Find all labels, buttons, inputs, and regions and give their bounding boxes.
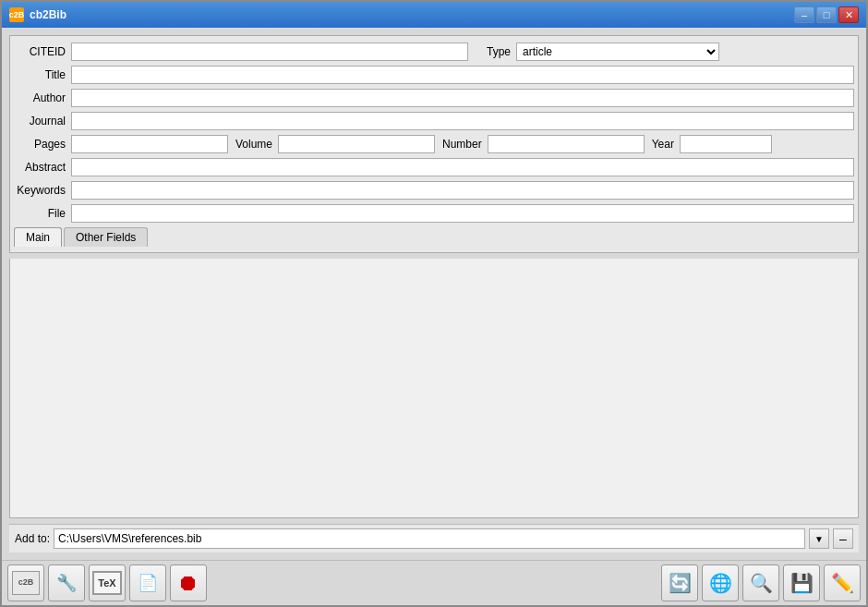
titlebar-title: c2B cb2Bib bbox=[9, 7, 66, 22]
toolbar-left: c2B 🔧 TeX 📄 ⏺ bbox=[7, 565, 207, 601]
citeid-row: CITEID Type article book inproceedings i… bbox=[14, 42, 854, 62]
journal-row: Journal bbox=[14, 111, 854, 131]
cb2bib-button[interactable]: c2B bbox=[7, 565, 44, 601]
abstract-label: Abstract bbox=[14, 161, 71, 174]
addto-input[interactable] bbox=[54, 528, 805, 549]
globe-icon: 🌐 bbox=[709, 572, 732, 594]
bottom-bar: Add to: ▼ – bbox=[9, 524, 859, 552]
number-input[interactable] bbox=[488, 135, 645, 153]
titlebar: c2B cb2Bib – □ ✕ bbox=[2, 2, 866, 28]
stop-icon: ⏺ bbox=[177, 570, 199, 596]
save-button[interactable]: 💾 bbox=[783, 565, 820, 601]
form-panel: CITEID Type article book inproceedings i… bbox=[9, 35, 859, 253]
tex-button[interactable]: TeX bbox=[89, 565, 126, 601]
title-row: Title bbox=[14, 65, 854, 85]
network-button[interactable]: 🌐 bbox=[702, 565, 739, 601]
keywords-input[interactable] bbox=[71, 181, 854, 200]
author-row: Author bbox=[14, 88, 854, 108]
year-label: Year bbox=[645, 138, 680, 151]
stop-button[interactable]: ⏺ bbox=[170, 565, 207, 601]
tab-main[interactable]: Main bbox=[14, 227, 62, 247]
toolbar-right: 🔄 🌐 🔍 💾 ✏️ bbox=[661, 565, 861, 601]
content-area: CITEID Type article book inproceedings i… bbox=[2, 28, 866, 560]
author-input[interactable] bbox=[71, 89, 854, 107]
main-content-area bbox=[9, 259, 859, 518]
file-label: File bbox=[14, 207, 71, 220]
tab-other-fields[interactable]: Other Fields bbox=[64, 227, 148, 247]
abstract-row: Abstract bbox=[14, 157, 854, 177]
cb2bib-icon: c2B bbox=[12, 571, 40, 595]
search-button[interactable]: 🔍 bbox=[742, 565, 779, 601]
refresh-icon: 🔄 bbox=[669, 572, 692, 594]
type-label: Type bbox=[487, 45, 516, 58]
window-title: cb2Bib bbox=[30, 8, 66, 21]
volume-input[interactable] bbox=[278, 135, 435, 153]
file-input[interactable] bbox=[71, 204, 854, 223]
app-icon: c2B bbox=[9, 7, 24, 22]
year-input[interactable] bbox=[680, 135, 772, 153]
tex-icon: TeX bbox=[92, 571, 122, 595]
pdf-icon: 📄 bbox=[138, 573, 158, 593]
wrench-icon: 🔧 bbox=[56, 573, 77, 593]
toolbar: c2B 🔧 TeX 📄 ⏺ 🔄 bbox=[2, 560, 866, 605]
file-row: File bbox=[14, 203, 854, 224]
addto-dropdown-button[interactable]: ▼ bbox=[809, 528, 829, 549]
volume-label: Volume bbox=[228, 138, 278, 151]
pdf-button[interactable]: 📄 bbox=[129, 565, 166, 601]
journal-input[interactable] bbox=[71, 112, 854, 130]
citeid-input[interactable] bbox=[71, 42, 468, 61]
keywords-label: Keywords bbox=[14, 184, 71, 197]
maximize-button[interactable]: □ bbox=[816, 6, 837, 23]
search-icon: 🔍 bbox=[750, 572, 773, 594]
author-label: Author bbox=[14, 91, 71, 104]
keywords-row: Keywords bbox=[14, 180, 854, 200]
edit-button[interactable]: ✏️ bbox=[824, 565, 861, 601]
abstract-input[interactable] bbox=[71, 158, 854, 176]
save-icon: 💾 bbox=[790, 572, 814, 594]
main-window: c2B cb2Bib – □ ✕ CITEID Type article boo… bbox=[0, 0, 868, 607]
addto-label: Add to: bbox=[15, 532, 50, 545]
pages-input[interactable] bbox=[71, 135, 228, 153]
type-select[interactable]: article book inproceedings inbook misc p… bbox=[516, 42, 719, 61]
refresh-button[interactable]: 🔄 bbox=[661, 565, 698, 601]
title-label: Title bbox=[14, 68, 71, 81]
title-input[interactable] bbox=[71, 66, 854, 84]
pages-row: Pages Volume Number Year bbox=[14, 134, 854, 154]
addto-minus-button[interactable]: – bbox=[833, 528, 853, 549]
close-button[interactable]: ✕ bbox=[838, 6, 859, 23]
citeid-label: CITEID bbox=[14, 45, 71, 58]
journal-label: Journal bbox=[14, 115, 71, 127]
pages-label: Pages bbox=[14, 138, 71, 151]
edit-icon: ✏️ bbox=[831, 572, 854, 594]
tabs-area: Main Other Fields bbox=[14, 227, 854, 247]
minimize-button[interactable]: – bbox=[794, 6, 814, 23]
settings-button[interactable]: 🔧 bbox=[48, 565, 85, 601]
number-label: Number bbox=[435, 138, 488, 151]
titlebar-controls: – □ ✕ bbox=[794, 6, 859, 23]
